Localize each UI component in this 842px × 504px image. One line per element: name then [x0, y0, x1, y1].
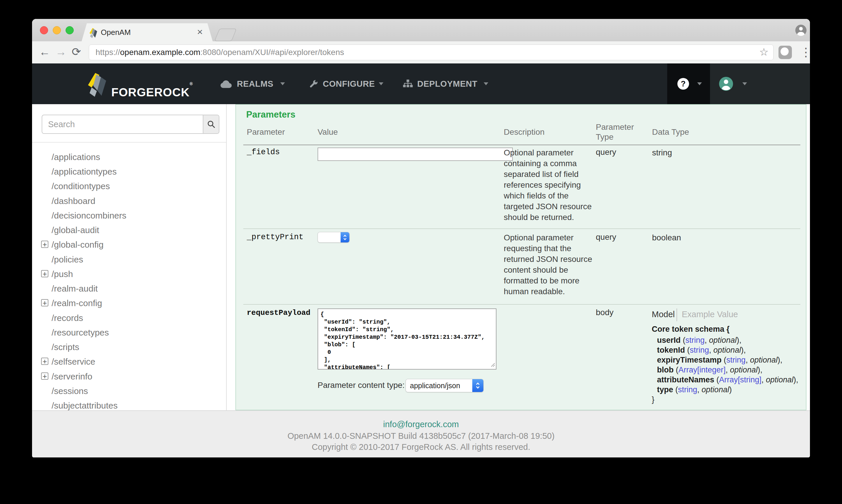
- zoom-window-button[interactable]: [66, 26, 74, 34]
- schema-optional: optional: [730, 365, 758, 374]
- schema-punct: ): [729, 385, 732, 394]
- column-header-value: Value: [317, 127, 338, 137]
- sidebar-item-resourcetypes[interactable]: /resourcetypes: [52, 327, 109, 338]
- sidebar-item-dashboard[interactable]: /dashboard: [52, 196, 95, 206]
- description-line: targeted JSON resource: [504, 201, 592, 212]
- browser-profile-icon[interactable]: [795, 24, 807, 36]
- minimize-window-button[interactable]: [53, 26, 61, 34]
- fields-value-input[interactable]: [317, 147, 513, 161]
- sidebar-item-applicationtypes[interactable]: /applicationtypes: [52, 166, 117, 177]
- expand-plus-icon[interactable]: +: [41, 270, 48, 277]
- sidebar-item-realm-config[interactable]: +/realm-config: [52, 298, 102, 309]
- configure-wrench-icon: [308, 79, 319, 90]
- prettyprint-select[interactable]: [317, 232, 350, 243]
- sidebar-item-label: /global-config: [52, 240, 103, 249]
- prettyprint-description: Optional parameter requesting that the r…: [504, 232, 592, 297]
- deployment-caret-icon: [484, 82, 488, 85]
- sidebar-item-decisioncombiners[interactable]: /decisioncombiners: [52, 210, 126, 221]
- expand-plus-icon[interactable]: +: [41, 299, 48, 306]
- forward-icon[interactable]: →: [55, 41, 66, 64]
- browser-toolbar: ← → ⟳ https://openam.example.com:8080/op…: [32, 41, 810, 64]
- expand-plus-icon[interactable]: +: [41, 373, 48, 380]
- user-avatar[interactable]: [719, 77, 733, 91]
- column-header-parameter: Parameter: [247, 127, 285, 137]
- sidebar-item-realm-audit[interactable]: /realm-audit: [52, 283, 98, 294]
- back-icon[interactable]: ←: [39, 41, 50, 64]
- tab-model[interactable]: Model: [652, 310, 675, 319]
- sidebar-item-records[interactable]: /records: [52, 312, 83, 324]
- sidebar-item-scripts[interactable]: /scripts: [52, 342, 79, 353]
- schema-prop-userid: userId (string, optional),: [657, 336, 741, 345]
- schema-punct: ,: [705, 336, 709, 344]
- forgerock-logo-icon: [86, 70, 109, 98]
- schema-type-link[interactable]: string: [678, 385, 697, 394]
- nav-menu-deployment[interactable]: DEPLOYMENT: [417, 64, 477, 104]
- content-type-select[interactable]: application/json: [406, 379, 484, 392]
- sidebar-item-conditiontypes[interactable]: /conditiontypes: [52, 181, 110, 192]
- footer-email-link[interactable]: info@forgerock.com: [32, 420, 810, 429]
- schema-prop-expirytimestamp: expiryTimestamp (string, optional),: [657, 356, 782, 365]
- sidebar-item-label: /decisioncombiners: [52, 211, 126, 220]
- sidebar-item-label: /scripts: [52, 342, 79, 352]
- search-input[interactable]: [42, 115, 200, 133]
- browser-extension-icon[interactable]: [778, 46, 792, 59]
- url-bar[interactable]: https://openam.example.com:8080/openam/X…: [89, 44, 774, 60]
- sidebar-item-push[interactable]: +/push: [52, 269, 73, 280]
- sidebar-item-label: /realm-audit: [52, 284, 98, 293]
- sidebar-item-applications[interactable]: /applications: [52, 151, 100, 163]
- header-divider: [243, 145, 800, 145]
- search-button[interactable]: [203, 115, 219, 133]
- sidebar-search: [42, 115, 219, 134]
- brand-trademark: ®: [190, 82, 193, 86]
- schema-punct: ),: [778, 356, 783, 364]
- sidebar-item-selfservice[interactable]: +/selfservice: [52, 356, 95, 367]
- nav-menu-realms[interactable]: REALMS: [237, 64, 273, 104]
- browser-tab[interactable]: OpenAM ×: [82, 23, 213, 41]
- sidebar-item-global-audit[interactable]: /global-audit: [52, 224, 99, 236]
- schema-type-link[interactable]: Array[integer]: [678, 365, 725, 374]
- nav-menu-configure[interactable]: CONFIGURE: [323, 64, 375, 104]
- new-tab-button[interactable]: [214, 29, 237, 41]
- schema-punct: ,: [697, 385, 702, 394]
- column-header-parameter-type: Parameter Type: [596, 122, 642, 142]
- content-type-label: Parameter content type:: [317, 381, 405, 390]
- request-payload-textarea[interactable]: { "userId": "string", "tokenId": "string…: [317, 308, 496, 370]
- forgerock-favicon-icon: [89, 27, 99, 38]
- sidebar-item-label: /global-audit: [52, 225, 99, 235]
- browser-menu-icon[interactable]: ⋮: [800, 41, 810, 64]
- sidebar-item-sessions[interactable]: /sessions: [52, 385, 88, 397]
- brand-name[interactable]: FORGEROCK®: [111, 64, 193, 104]
- schema-type-link[interactable]: string: [726, 356, 745, 364]
- bookmark-star-icon[interactable]: ☆: [759, 45, 769, 60]
- schema-type-link[interactable]: string: [690, 346, 709, 355]
- reload-icon[interactable]: ⟳: [72, 41, 81, 64]
- schema-punct: ),: [793, 375, 798, 384]
- help-icon[interactable]: ?: [677, 78, 689, 90]
- tab-example-value[interactable]: Example Value: [682, 310, 738, 319]
- schema-type-link[interactable]: Array[string]: [719, 375, 761, 384]
- description-line: which fields of the: [504, 190, 592, 201]
- parameters-panel: Parameters Parameter Value Description P…: [236, 104, 806, 410]
- schema-punct: (: [681, 336, 686, 344]
- search-icon: [207, 120, 216, 129]
- textarea-resize-handle[interactable]: [490, 362, 495, 367]
- schema-type-link[interactable]: string: [686, 336, 705, 344]
- column-header-data-type: Data Type: [652, 127, 689, 137]
- sidebar-item-policies[interactable]: /policies: [52, 254, 83, 265]
- description-line: requesting that the: [504, 243, 592, 254]
- schema-punct: ),: [741, 346, 746, 355]
- sidebar-item-label: /dashboard: [52, 196, 95, 206]
- schema-closing-brace: }: [652, 395, 654, 404]
- description-line: returned JSON resource: [504, 254, 592, 265]
- sidebar-item-global-config[interactable]: +/global-config: [52, 239, 103, 250]
- close-window-button[interactable]: [40, 26, 48, 34]
- sidebar-item-label: /serverinfo: [52, 372, 92, 381]
- expand-plus-icon[interactable]: +: [41, 241, 48, 248]
- schema-optional: optional: [750, 356, 778, 364]
- sidebar-item-subjectattributes[interactable]: /subjectattributes: [52, 400, 118, 411]
- expand-plus-icon[interactable]: +: [41, 358, 48, 365]
- tab-close-icon[interactable]: ×: [197, 23, 203, 41]
- sidebar-item-serverinfo[interactable]: +/serverinfo: [52, 371, 92, 382]
- schema-optional: optional: [714, 346, 741, 355]
- browser-titlebar: OpenAM ×: [32, 19, 810, 41]
